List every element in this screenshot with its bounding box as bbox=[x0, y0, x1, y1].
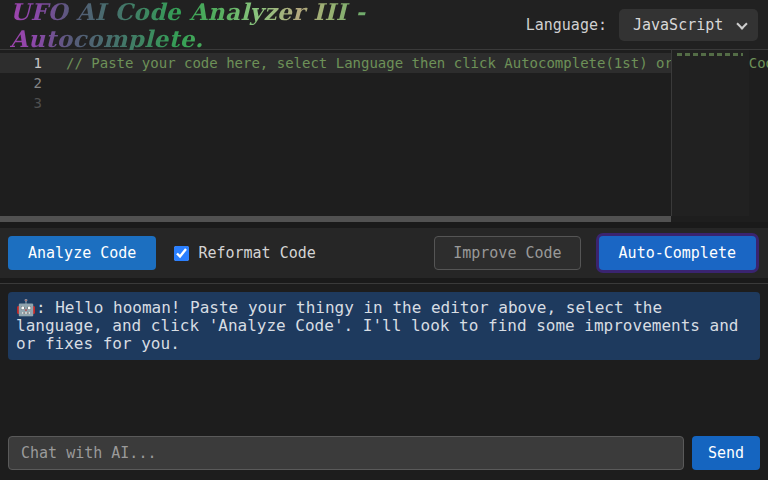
reformat-code-option[interactable]: Reformat Code bbox=[174, 244, 315, 262]
editor-line[interactable]: 2 bbox=[0, 73, 768, 93]
reformat-code-checkbox[interactable] bbox=[174, 246, 189, 261]
code-editor[interactable]: 1 // Paste your code here, select Langua… bbox=[0, 50, 768, 222]
send-button[interactable]: Send bbox=[692, 436, 760, 470]
chat-panel: 🤖: Hello hooman! Paste your thingy in th… bbox=[0, 283, 768, 480]
chat-history[interactable]: 🤖: Hello hooman! Paste your thingy in th… bbox=[8, 292, 760, 436]
editor-line[interactable]: 3 bbox=[0, 93, 768, 113]
editor-line[interactable]: 1 // Paste your code here, select Langua… bbox=[0, 53, 768, 73]
analyze-code-button[interactable]: Analyze Code bbox=[8, 236, 156, 270]
line-number: 2 bbox=[0, 73, 42, 93]
minimap-line-preview bbox=[677, 53, 743, 56]
chat-input[interactable] bbox=[8, 436, 684, 470]
language-select[interactable]: JavaScript bbox=[619, 9, 758, 41]
ai-message: 🤖: Hello hooman! Paste your thingy in th… bbox=[8, 292, 760, 360]
chat-input-row: Send bbox=[8, 436, 760, 470]
language-picker: Language: JavaScript bbox=[526, 9, 758, 41]
line-number: 1 bbox=[0, 53, 42, 73]
page-title: UFO AI Code Analyzer III - Autocomplete. bbox=[10, 0, 526, 52]
reformat-code-label: Reformat Code bbox=[198, 244, 315, 262]
editor-minimap[interactable] bbox=[671, 50, 749, 216]
code-comment: // Paste your code here, select Language… bbox=[42, 53, 768, 73]
auto-complete-button[interactable]: Auto-Complete bbox=[599, 236, 756, 270]
language-label: Language: bbox=[526, 16, 607, 34]
app-header: UFO AI Code Analyzer III - Autocomplete.… bbox=[0, 0, 768, 50]
action-toolbar: Analyze Code Reformat Code Improve Code … bbox=[0, 228, 768, 278]
line-number: 3 bbox=[0, 93, 42, 113]
improve-code-button[interactable]: Improve Code bbox=[434, 236, 580, 270]
editor-horizontal-scrollbar[interactable] bbox=[0, 216, 671, 222]
